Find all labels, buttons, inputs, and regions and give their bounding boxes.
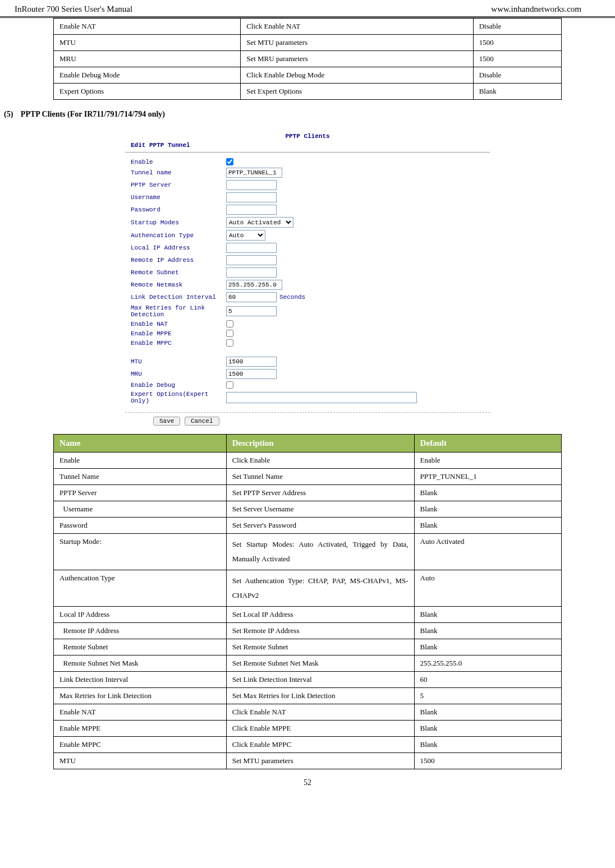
table-cell: Local IP Address: [54, 607, 227, 623]
form-row: Remote IP Address: [125, 254, 490, 266]
form-label: Tunnel name: [131, 169, 226, 176]
table-cell: Blank: [473, 84, 561, 100]
form-label: Enable NAT: [131, 321, 226, 327]
table-cell: Password: [54, 518, 227, 534]
table-cell: Enable MPPC: [54, 737, 227, 753]
table-cell: Remote IP Address: [54, 623, 227, 639]
table-cell: Set Authencation Type: CHAP, PAP, MS-CHA…: [226, 570, 414, 607]
table-cell: Set Remote IP Address: [226, 623, 414, 639]
table-cell: Blank: [414, 501, 561, 518]
section-heading: (5) PPTP Clients (For IR711/791/714/794 …: [3, 110, 562, 119]
table-cell: Set Remote Subnet: [226, 639, 414, 655]
table-cell: MTU: [54, 35, 241, 51]
table-cell: Blank: [414, 607, 561, 623]
table-cell: Tunnel Name: [54, 469, 227, 485]
enable-nat-checkbox[interactable]: [226, 320, 233, 327]
tunnel-name-input[interactable]: [226, 168, 282, 178]
table-cell: Set Link Detection Interval: [226, 672, 414, 688]
form-label: Enable MPPC: [131, 340, 226, 347]
table-cell: Click Enable NAT: [226, 704, 414, 721]
save-button[interactable]: Save: [153, 417, 180, 426]
form-row: Remote Subnet: [125, 266, 490, 279]
expert-options-input[interactable]: [226, 392, 417, 403]
table-cell: PPTP Server: [54, 485, 227, 501]
remote-ip-input[interactable]: [226, 255, 277, 265]
form-label: Remote Subnet: [131, 269, 226, 276]
mru-input[interactable]: [226, 369, 277, 379]
section-title: PPTP Clients (For IR711/791/714/794 only…: [21, 110, 165, 118]
link-detection-input[interactable]: [226, 292, 277, 302]
table-cell: Blank: [414, 721, 561, 737]
form-row: MRU: [125, 368, 490, 380]
form-row: Enable: [125, 157, 490, 167]
form-row: Authencation TypeAuto: [125, 229, 490, 242]
enable-checkbox[interactable]: [226, 158, 233, 165]
form-label: PPTP Server: [131, 182, 226, 188]
table-row: Startup Mode:Set Startup Modes: Auto Act…: [54, 534, 562, 570]
form-label: Enable MPPE: [131, 330, 226, 337]
table-cell: Startup Mode:: [54, 534, 227, 570]
table-cell: Enable Debug Mode: [54, 67, 241, 84]
table-cell: Link Detection Interval: [54, 672, 227, 688]
section-number: (5): [4, 110, 13, 118]
remote-netmask-input[interactable]: [226, 280, 282, 290]
enable-mppc-checkbox[interactable]: [226, 339, 233, 347]
pptp-server-input[interactable]: [226, 180, 277, 190]
cancel-button[interactable]: Cancel: [185, 417, 219, 426]
table-row: Local IP AddressSet Local IP AddressBlan…: [54, 607, 562, 623]
max-retries-input[interactable]: [226, 306, 277, 316]
table-cell: Set Server's Password: [226, 518, 414, 534]
form-row: Tunnel name: [125, 167, 490, 179]
table-row: Enable MPPCClick Enable MPPCBlank: [54, 737, 562, 753]
table-cell: Remote Subnet Net Mask: [54, 655, 227, 672]
table-row: Enable MPPEClick Enable MPPEBlank: [54, 721, 562, 737]
table-cell: 1500: [473, 51, 561, 67]
table-row: Enable NATClick Enable NATDisable: [54, 19, 562, 35]
page-content: Enable NATClick Enable NATDisableMTUSet …: [0, 18, 615, 769]
form-label: Remote Netmask: [131, 281, 226, 288]
page-number: 52: [0, 778, 615, 787]
table-cell: Enable: [414, 453, 561, 469]
local-ip-input[interactable]: [226, 243, 277, 253]
table-row: MRUSet MRU parameters1500: [54, 51, 562, 67]
table-cell: 5: [414, 688, 561, 704]
table-cell: Click Enable: [226, 453, 414, 469]
header-right: www.inhandnetworks.com: [491, 4, 581, 14]
auth-type-select[interactable]: Auto: [226, 230, 265, 241]
form-row: MTU: [125, 355, 490, 368]
table-cell: Blank: [414, 704, 561, 721]
form-row: Remote Netmask: [125, 279, 490, 291]
table-cell: Max Retries for Link Detection: [54, 688, 227, 704]
table-cell: Enable NAT: [54, 19, 241, 35]
username-input[interactable]: [226, 192, 277, 202]
table-row: EnableClick EnableEnable: [54, 453, 562, 469]
table-row: Max Retries for Link DetectionSet Max Re…: [54, 688, 562, 704]
table-cell: Auto: [414, 570, 561, 607]
table-cell: Blank: [414, 639, 561, 655]
table-cell: Set MTU parameters: [241, 35, 474, 51]
table-cell: Auto Activated: [414, 534, 561, 570]
enable-mppe-checkbox[interactable]: [226, 330, 233, 337]
table-cell: Set MRU parameters: [241, 51, 474, 67]
form-row: Enable Debug: [125, 380, 490, 390]
table-row: Remote IP AddressSet Remote IP AddressBl…: [54, 623, 562, 639]
table-cell: Enable MPPE: [54, 721, 227, 737]
table-row: PasswordSet Server's PasswordBlank: [54, 518, 562, 534]
table-cell: Authencation Type: [54, 570, 227, 607]
table-cell: Set Startup Modes: Auto Activated, Trigg…: [226, 534, 414, 570]
form-label: Enable Debug: [131, 382, 226, 389]
mtu-input[interactable]: [226, 357, 277, 367]
startup-modes-select[interactable]: Auto Activated: [226, 217, 293, 228]
table-cell: Click Enable MPPE: [226, 721, 414, 737]
password-input[interactable]: [226, 205, 277, 215]
table-cell: Set Remote Subnet Net Mask: [226, 655, 414, 672]
form-title: PPTP Clients: [125, 133, 490, 140]
form-label: Username: [131, 194, 226, 201]
form-label: MRU: [131, 371, 226, 377]
table-row: UsernameSet Server UsernameBlank: [54, 501, 562, 518]
table-cell: MTU: [54, 753, 227, 769]
remote-subnet-input[interactable]: [226, 267, 277, 278]
enable-debug-checkbox[interactable]: [226, 381, 233, 389]
table-cell: Set Max Retries for Link Detection: [226, 688, 414, 704]
table-cell: Username: [54, 501, 227, 518]
